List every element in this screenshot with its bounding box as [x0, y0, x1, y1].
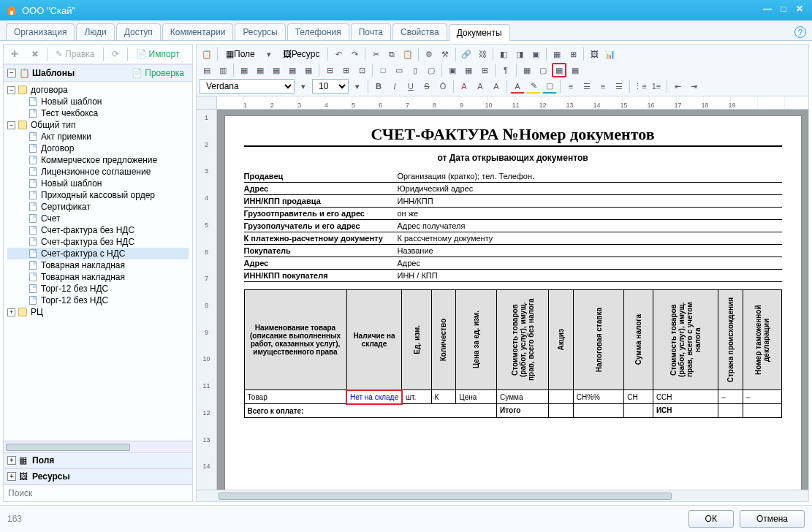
size-select[interactable]: 10 — [312, 79, 349, 94]
tree-node[interactable]: Тест чекбокса — [7, 107, 189, 119]
cell-price[interactable]: Цена — [456, 390, 497, 404]
bullet-list-icon[interactable]: ⋮≡ — [633, 79, 648, 94]
tree-h-scrollbar[interactable] — [4, 441, 192, 452]
tab-documents[interactable]: Документы — [449, 24, 510, 41]
extra-tool-icon[interactable]: ▦ — [568, 63, 583, 77]
tree-node[interactable]: Торг-12 без НДС — [7, 283, 189, 294]
redo-icon[interactable]: ↷ — [347, 47, 362, 61]
cell-tax-sum[interactable]: СН — [624, 390, 653, 404]
insert-row-icon[interactable]: ▤ — [200, 63, 214, 77]
field-button[interactable]: ▦ Поле — [221, 47, 260, 61]
paste-icon[interactable]: 📋 — [200, 47, 214, 61]
cell-tax-rate[interactable]: СН%% — [573, 390, 624, 404]
highlighted-tool-icon[interactable]: ▦ — [552, 63, 566, 77]
resource-button[interactable]: 🖼 Ресурс — [278, 47, 325, 61]
cell3-icon[interactable]: ▦ — [269, 63, 284, 77]
cell5-icon[interactable]: ▦ — [301, 63, 316, 77]
minimize-button[interactable]: — — [761, 4, 774, 17]
align-left-icon[interactable]: ≡ — [564, 79, 578, 94]
section-templates[interactable]: − 📋 Шаблоны 📄 Проверка — [4, 64, 192, 82]
info-value[interactable]: Адрес — [398, 259, 782, 267]
tab-telephony[interactable]: Телефония — [287, 23, 349, 40]
info-value[interactable]: он же — [398, 209, 782, 218]
object-icon[interactable]: ◧ — [496, 47, 511, 61]
undo-icon[interactable]: ↶ — [331, 47, 346, 61]
tree-node[interactable]: Счет-фактура без НДС — [7, 224, 189, 236]
unlink-icon[interactable]: ⛓ — [475, 47, 490, 61]
bg-color-icon[interactable]: ▢ — [542, 79, 557, 94]
size-dropdown-icon[interactable]: ▾ — [350, 79, 365, 94]
cell-props-icon[interactable]: ▢ — [536, 63, 550, 77]
tree-node[interactable]: −договора — [7, 84, 189, 96]
info-value[interactable]: Название — [398, 246, 782, 255]
outdent-icon[interactable]: ⇤ — [670, 79, 685, 94]
overline-icon[interactable]: Ō — [436, 79, 450, 94]
tab-comments[interactable]: Комментарии — [162, 23, 234, 40]
expand-icon[interactable]: + — [7, 472, 16, 481]
split-icon[interactable]: ⊞ — [338, 63, 353, 77]
merge-icon[interactable]: ⊟ — [322, 63, 337, 77]
tab-people[interactable]: Люди — [76, 23, 114, 40]
cell-excise[interactable] — [548, 390, 573, 404]
border1-icon[interactable]: □ — [376, 63, 390, 77]
font-style1-icon[interactable]: A — [457, 79, 471, 94]
help-icon[interactable]: ? — [794, 26, 806, 38]
tree-node[interactable]: Новый шаблон — [7, 178, 189, 189]
collapse-icon[interactable]: − — [7, 86, 15, 94]
close-button[interactable]: ✕ — [793, 4, 806, 17]
cell2-icon[interactable]: ▦ — [253, 63, 267, 77]
copy-icon[interactable]: ⧉ — [384, 47, 399, 61]
edit-button[interactable]: ✎ Правка — [50, 47, 100, 61]
number-list-icon[interactable]: 1≡ — [649, 79, 664, 94]
align-justify-icon[interactable]: ☰ — [612, 79, 626, 94]
cell4-icon[interactable]: ▦ — [285, 63, 300, 77]
import-button[interactable]: 📄 Импорт — [131, 47, 185, 61]
info-value[interactable]: К рассчетному документу — [398, 234, 782, 243]
editor-h-scrollbar[interactable] — [197, 490, 808, 501]
object2-icon[interactable]: ◨ — [512, 47, 527, 61]
cell-qty[interactable]: К — [431, 390, 456, 404]
pilcrow-icon[interactable]: ¶ — [498, 63, 513, 77]
refresh-button[interactable]: ⟳ — [107, 47, 124, 61]
font-style3-icon[interactable]: A — [489, 79, 504, 94]
tree-node[interactable]: Акт приемки — [7, 131, 189, 142]
field-dropdown-icon[interactable]: ▾ — [262, 47, 276, 61]
insert-col-icon[interactable]: ▥ — [216, 63, 230, 77]
highlight-color-icon[interactable]: ✎ — [526, 79, 541, 94]
font-select[interactable]: Verdana — [200, 79, 295, 94]
tree-node[interactable]: Счет-фактура без НДС — [7, 236, 189, 248]
tree-node[interactable]: Торг-12 без НДС — [7, 294, 189, 306]
grid-icon[interactable]: ⊞ — [566, 47, 580, 61]
cell-stock-highlighted[interactable]: Нет на складе — [346, 390, 402, 404]
underline-icon[interactable]: U — [403, 79, 418, 94]
border2-icon[interactable]: ▭ — [392, 63, 406, 77]
font-style2-icon[interactable]: A — [473, 79, 487, 94]
search-input[interactable] — [7, 487, 189, 500]
tree-node[interactable]: Коммерческое предложение — [7, 154, 189, 166]
border3-icon[interactable]: ▯ — [408, 63, 422, 77]
font-color-icon[interactable]: A — [510, 79, 525, 94]
table-props-icon[interactable]: ▦ — [520, 63, 534, 77]
tree-node[interactable]: −Общий тип — [7, 119, 189, 131]
tab-properties[interactable]: Свойства — [392, 23, 447, 40]
expand-icon[interactable]: + — [7, 456, 16, 465]
document-viewport[interactable]: СЧЕТ-ФАКТУРА №Номер документов от Дата о… — [217, 110, 808, 490]
info-value[interactable]: ИНН / КПП — [398, 271, 782, 280]
section-fields[interactable]: + ▦ Поля — [4, 452, 192, 468]
bold-icon[interactable]: B — [371, 79, 386, 94]
border5-icon[interactable]: ▣ — [445, 63, 460, 77]
info-value[interactable]: Юридический адрес — [398, 184, 782, 193]
tab-access[interactable]: Доступ — [116, 23, 161, 40]
italic-icon[interactable]: I — [387, 79, 402, 94]
expand-icon[interactable]: + — [7, 308, 15, 316]
border4-icon[interactable]: ▢ — [424, 63, 439, 77]
tree-node[interactable]: Счет — [7, 213, 189, 224]
border7-icon[interactable]: ⊞ — [477, 63, 492, 77]
collapse-icon[interactable]: − — [7, 121, 15, 129]
cell-unit[interactable]: шт. — [402, 390, 431, 404]
section-resources[interactable]: + 🖼 Ресурсы — [4, 468, 192, 484]
tool2-icon[interactable]: ⚒ — [438, 47, 452, 61]
tree-node[interactable]: Лицензионное соглашение — [7, 166, 189, 178]
info-value[interactable]: ИНН/КПП — [398, 197, 782, 205]
maximize-button[interactable]: □ — [777, 4, 790, 17]
